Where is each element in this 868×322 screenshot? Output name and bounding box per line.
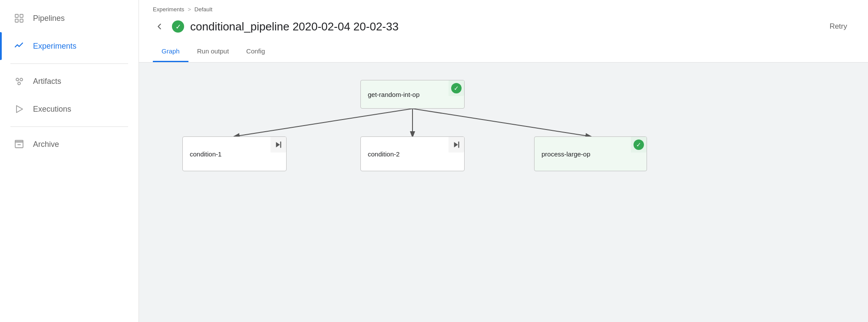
executions-label: Executions	[33, 105, 71, 114]
check-circle-icon: ✓	[451, 83, 462, 93]
sidebar: Pipelines Experiments Artifacts Executio…	[0, 0, 139, 322]
node-skip-badge-condition-2	[449, 137, 464, 153]
node-condition-2[interactable]: condition-2	[360, 136, 465, 171]
node-label-condition-1: condition-1	[183, 143, 271, 166]
header: Experiments > Default ✓ conditional_pipe…	[139, 0, 868, 63]
pipelines-icon	[13, 12, 25, 24]
artifacts-label: Artifacts	[33, 77, 61, 86]
experiments-label: Experiments	[33, 42, 76, 51]
page-title: conditional_pipeline 2020-02-04 20-02-33	[190, 20, 399, 33]
artifacts-icon	[13, 75, 25, 87]
node-label-condition-2: condition-2	[361, 143, 449, 166]
breadcrumb-current: Default	[195, 6, 212, 13]
svg-rect-2	[15, 19, 18, 22]
node-condition-1[interactable]: condition-1	[182, 136, 287, 171]
back-button[interactable]	[153, 20, 166, 33]
svg-rect-0	[15, 14, 18, 17]
retry-button[interactable]: Retry	[822, 19, 854, 34]
svg-rect-3	[20, 19, 23, 22]
sidebar-divider-1	[10, 63, 128, 64]
check-circle-icon-process: ✓	[634, 139, 644, 150]
checkmark-icon: ✓	[175, 23, 181, 31]
svg-point-5	[20, 78, 23, 81]
title-left: ✓ conditional_pipeline 2020-02-04 20-02-…	[153, 20, 399, 33]
node-success-badge-process-large-op: ✓	[631, 137, 647, 153]
title-row: ✓ conditional_pipeline 2020-02-04 20-02-…	[153, 15, 854, 41]
graph-area: get-random-int-op ✓ condition-1 conditio…	[139, 63, 868, 322]
sidebar-divider-2	[10, 126, 128, 127]
node-success-badge-get-random-int-op: ✓	[449, 80, 464, 96]
tab-run-output[interactable]: Run output	[188, 41, 238, 62]
sidebar-item-archive[interactable]: Archive	[0, 130, 139, 158]
svg-rect-9	[15, 140, 23, 142]
graph-svg	[139, 63, 868, 322]
node-label-process-large-op: process-large-op	[535, 143, 631, 166]
svg-line-13	[413, 109, 591, 136]
run-status-icon: ✓	[172, 20, 184, 33]
svg-marker-7	[17, 106, 23, 113]
node-label-get-random-int-op: get-random-int-op	[361, 83, 449, 106]
svg-marker-16	[454, 142, 458, 148]
breadcrumb-experiments: Experiments	[153, 6, 184, 13]
sidebar-item-artifacts[interactable]: Artifacts	[0, 67, 139, 95]
svg-point-4	[16, 78, 19, 81]
experiments-icon	[13, 40, 25, 52]
tab-config[interactable]: Config	[238, 41, 274, 62]
node-process-large-op[interactable]: process-large-op ✓	[534, 136, 647, 171]
archive-label: Archive	[33, 140, 59, 149]
pipelines-label: Pipelines	[33, 14, 65, 23]
archive-icon	[13, 138, 25, 150]
sidebar-item-executions[interactable]: Executions	[0, 95, 139, 123]
tab-graph[interactable]: Graph	[153, 41, 188, 62]
breadcrumb-separator: >	[188, 6, 191, 13]
svg-line-11	[234, 109, 413, 136]
svg-marker-14	[276, 142, 280, 148]
breadcrumb: Experiments > Default	[153, 0, 854, 15]
svg-point-6	[18, 82, 20, 85]
sidebar-item-experiments[interactable]: Experiments	[0, 32, 139, 60]
node-get-random-int-op[interactable]: get-random-int-op ✓	[360, 80, 465, 109]
svg-rect-1	[20, 14, 23, 17]
main-content: Experiments > Default ✓ conditional_pipe…	[139, 0, 868, 322]
tabs-container: Graph Run output Config	[153, 41, 854, 62]
executions-icon	[13, 103, 25, 115]
sidebar-item-pipelines[interactable]: Pipelines	[0, 4, 139, 32]
node-skip-badge-condition-1	[271, 137, 286, 153]
